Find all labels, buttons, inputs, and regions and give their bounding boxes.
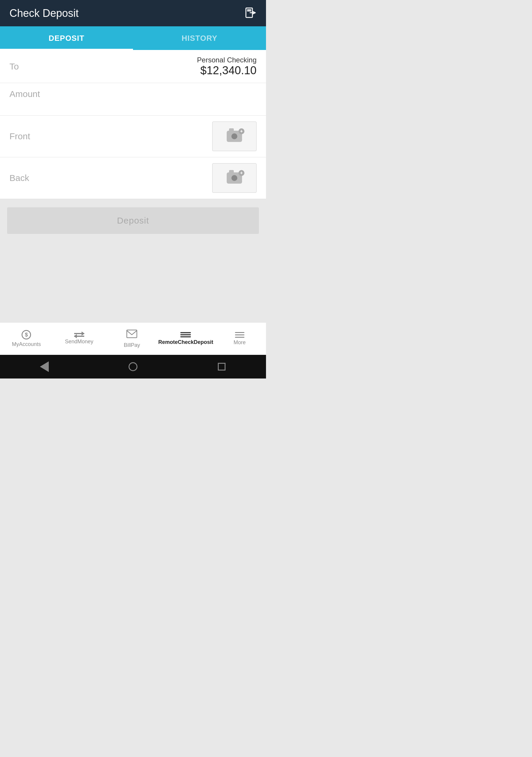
recents-button[interactable]: [216, 361, 227, 372]
back-photo-button[interactable]: +: [212, 163, 256, 193]
account-balance: $12,340.10: [197, 64, 256, 77]
nav-send-money-label: SendMoney: [65, 339, 93, 345]
more-icon: [235, 332, 245, 338]
bottom-navigation: $ MyAccounts SendMoney BillPay: [0, 322, 266, 355]
tab-deposit[interactable]: DEPOSIT: [0, 26, 133, 50]
nav-more-label: More: [233, 340, 246, 346]
front-photo-button[interactable]: +: [212, 122, 256, 151]
nav-bill-pay-label: BillPay: [124, 342, 140, 348]
header-action-icon[interactable]: [245, 7, 256, 20]
account-info: Personal Checking $12,340.10: [197, 56, 256, 77]
nav-rcd-label: RemoteCheckDeposit: [158, 339, 213, 346]
page-title: Check Deposit: [10, 7, 79, 19]
nav-more[interactable]: More: [213, 332, 266, 346]
front-label: Front: [10, 131, 30, 141]
transfer-icon: [74, 333, 84, 337]
nav-remote-check-deposit[interactable]: RemoteCheckDeposit: [158, 332, 213, 346]
form-content: To Personal Checking $12,340.10 Amount F…: [0, 50, 266, 199]
svg-rect-2: [127, 330, 137, 338]
tab-history[interactable]: HISTORY: [133, 26, 266, 50]
to-label: To: [10, 62, 19, 72]
billpay-icon: [126, 329, 137, 340]
app-header: Check Deposit: [0, 0, 266, 26]
system-navigation-bar: [0, 355, 266, 378]
camera-icon: +: [227, 131, 242, 142]
amount-label: Amount: [10, 89, 256, 99]
accounts-icon: $: [21, 330, 31, 340]
amount-row[interactable]: Amount: [0, 83, 266, 116]
rcd-icon: [180, 332, 191, 337]
home-button[interactable]: [128, 361, 138, 372]
tab-bar: DEPOSIT HISTORY: [0, 26, 266, 50]
to-row[interactable]: To Personal Checking $12,340.10: [0, 50, 266, 83]
action-section: Deposit: [0, 199, 266, 234]
back-photo-row: Back +: [0, 157, 266, 199]
account-name: Personal Checking: [197, 56, 256, 64]
nav-my-accounts-label: MyAccounts: [12, 341, 41, 348]
front-photo-row: Front +: [0, 116, 266, 157]
camera-icon-back: +: [227, 172, 242, 184]
nav-send-money[interactable]: SendMoney: [53, 333, 105, 345]
deposit-button[interactable]: Deposit: [7, 207, 259, 234]
svg-rect-1: [247, 9, 251, 12]
nav-bill-pay[interactable]: BillPay: [105, 329, 158, 348]
nav-my-accounts[interactable]: $ MyAccounts: [0, 330, 53, 348]
back-button[interactable]: [39, 361, 50, 372]
back-label: Back: [10, 173, 29, 183]
